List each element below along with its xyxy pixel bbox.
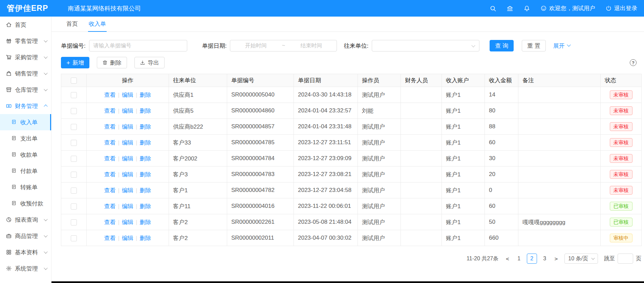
row-checkbox[interactable]	[71, 172, 77, 178]
prev-page-button[interactable]: <	[504, 256, 511, 262]
sidebar-item-goods[interactable]: 商品管理	[0, 228, 51, 244]
jump-input[interactable]	[618, 254, 633, 264]
delete-link[interactable]: 删除	[139, 219, 151, 225]
row-checkbox[interactable]	[71, 156, 77, 162]
sidebar-subitem-expense[interactable]: 支出单	[0, 130, 51, 147]
page-size-select[interactable]: 10 条/页	[564, 254, 598, 264]
sidebar-item-warehouse[interactable]: 仓库管理	[0, 82, 51, 98]
edit-link[interactable]: 编辑	[122, 171, 133, 178]
view-link[interactable]: 查看	[104, 124, 116, 130]
divider: |	[136, 203, 137, 210]
logout-button[interactable]: 退出登录	[605, 4, 637, 12]
cell-status: 已审核	[601, 198, 642, 214]
sidebar-item-finance[interactable]: 财务管理	[0, 98, 51, 114]
page-button-1[interactable]: 1	[514, 254, 524, 264]
bank-icon[interactable]	[507, 5, 513, 12]
document-icon	[11, 168, 17, 174]
bell-icon[interactable]	[523, 5, 530, 12]
sidebar-subitem-transfer[interactable]: 转账单	[0, 179, 51, 195]
document-icon	[11, 184, 17, 190]
sidebar-item-system[interactable]: 系统管理	[0, 260, 51, 277]
view-link[interactable]: 查看	[104, 187, 116, 194]
column-header-partner: 往来单位	[169, 74, 227, 87]
sidebar-item-retail[interactable]: 零售管理	[0, 33, 51, 49]
partner-select[interactable]	[372, 40, 479, 51]
delete-link[interactable]: 删除	[139, 108, 151, 114]
sidebar-subitem-receipt[interactable]: 收款单	[0, 147, 51, 163]
cell-checkbox	[61, 119, 87, 135]
welcome-user[interactable]: 欢迎您，测试用户	[540, 4, 595, 12]
edit-link[interactable]: 编辑	[122, 124, 133, 130]
delete-link[interactable]: 删除	[139, 235, 151, 241]
status-badge: 未审核	[610, 170, 632, 179]
plus-icon: +	[66, 60, 70, 66]
delete-link[interactable]: 删除	[139, 203, 151, 210]
status-badge: 已审核	[610, 218, 632, 227]
cell-account: 账户1	[442, 151, 485, 167]
edit-link[interactable]: 编辑	[122, 108, 133, 114]
row-checkbox[interactable]	[71, 92, 77, 98]
delete-link[interactable]: 删除	[139, 155, 151, 162]
row-checkbox[interactable]	[71, 203, 77, 210]
search-button[interactable]: 查 询	[490, 40, 514, 51]
delete-link[interactable]: 删除	[139, 92, 151, 98]
expand-link[interactable]: 展开	[553, 42, 570, 50]
edit-link[interactable]: 编辑	[122, 219, 133, 225]
view-link[interactable]: 查看	[104, 235, 116, 241]
sidebar-subitem-income[interactable]: 收入单	[0, 114, 51, 130]
view-link[interactable]: 查看	[104, 108, 116, 114]
sidebar-item-base[interactable]: 基本资料	[0, 244, 51, 260]
sidebar-subitem-payment[interactable]: 付款单	[0, 163, 51, 179]
status-badge: 已审核	[610, 202, 632, 211]
export-button[interactable]: 导出	[134, 57, 165, 68]
row-checkbox[interactable]	[71, 188, 77, 194]
table-row: 查看|编辑|删除 客户33 SR00000004785 2023-12-27 2…	[61, 135, 642, 151]
cell-amount: 88	[485, 119, 518, 135]
view-link[interactable]: 查看	[104, 203, 116, 210]
window-bottom-edge	[51, 281, 644, 283]
view-link[interactable]: 查看	[104, 92, 116, 98]
row-checkbox[interactable]	[71, 108, 77, 114]
row-checkbox[interactable]	[71, 140, 77, 146]
delete-button[interactable]: 删除	[97, 57, 127, 68]
edit-link[interactable]: 编辑	[122, 139, 133, 146]
edit-link[interactable]: 编辑	[122, 235, 133, 241]
row-checkbox[interactable]	[71, 219, 77, 225]
view-link[interactable]: 查看	[104, 171, 116, 178]
divider: |	[118, 171, 120, 178]
add-button[interactable]: + 新增	[61, 57, 89, 68]
search-icon[interactable]	[490, 5, 496, 12]
divider: |	[118, 139, 120, 146]
edit-link[interactable]: 编辑	[122, 92, 133, 98]
help-icon[interactable]: ?	[630, 59, 637, 66]
page-button-2[interactable]: 2	[527, 254, 537, 264]
bill-number-input[interactable]	[89, 40, 187, 51]
view-link[interactable]: 查看	[104, 219, 116, 225]
tab-home[interactable]: 首页	[61, 17, 83, 31]
cell-partner: 客户1	[169, 182, 227, 198]
welcome-text: 欢迎您，测试用户	[549, 4, 595, 12]
delete-link[interactable]: 删除	[139, 171, 151, 178]
view-link[interactable]: 查看	[104, 155, 116, 162]
edit-link[interactable]: 编辑	[122, 203, 133, 210]
sidebar-item-purchase[interactable]: 采购管理	[0, 49, 51, 65]
row-checkbox[interactable]	[71, 124, 77, 130]
edit-link[interactable]: 编辑	[122, 187, 133, 194]
edit-link[interactable]: 编辑	[122, 155, 133, 162]
sidebar-item-sales[interactable]: 销售管理	[0, 65, 51, 82]
sidebar-item-report[interactable]: 报表查询	[0, 212, 51, 228]
sidebar-subitem-prepaid[interactable]: 收预付款	[0, 195, 51, 212]
date-range-picker[interactable]: 开始时间 ~ 结束时间	[230, 40, 337, 51]
delete-link[interactable]: 删除	[139, 124, 151, 130]
select-all-checkbox[interactable]	[71, 78, 77, 84]
next-page-button[interactable]: >	[553, 256, 560, 262]
delete-link[interactable]: 删除	[139, 187, 151, 194]
sidebar-item-home[interactable]: 首页	[0, 17, 51, 33]
view-link[interactable]: 查看	[104, 139, 116, 146]
tab-income[interactable]: 收入单	[83, 17, 111, 31]
page-button-3[interactable]: 3	[540, 254, 550, 264]
reset-button[interactable]: 重 置	[522, 40, 546, 51]
cell-operator: 测试用户	[358, 214, 401, 230]
delete-link[interactable]: 删除	[139, 139, 151, 146]
row-checkbox[interactable]	[71, 235, 77, 241]
